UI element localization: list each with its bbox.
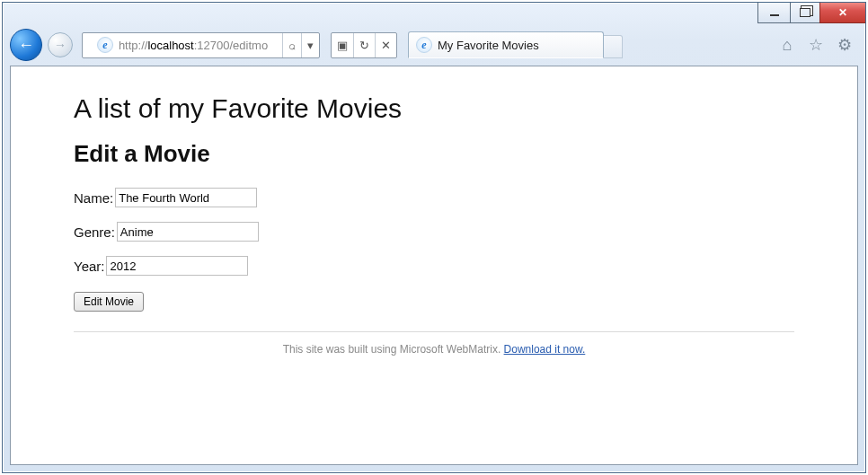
home-icon: ⌂ — [783, 36, 793, 55]
genre-input[interactable] — [117, 222, 259, 242]
nav-forward-button[interactable]: → — [48, 32, 73, 57]
nav-back-button[interactable]: ← — [10, 29, 42, 61]
arrow-left-icon: ← — [18, 36, 34, 55]
search-icon: ⌕ — [288, 39, 296, 52]
window-minimize-button[interactable] — [757, 3, 790, 23]
browser-right-controls: ⌂ ☆ ⚙ — [777, 35, 858, 55]
address-bar: e http://localhost:12700/editmo ⌕ ▾ — [82, 32, 320, 58]
year-label: Year: — [74, 259, 104, 274]
star-icon: ☆ — [809, 35, 823, 55]
footer: This site was built using Microsoft WebM… — [74, 343, 794, 356]
footer-separator — [74, 331, 794, 332]
stop-icon: ✕ — [381, 39, 391, 52]
search-button[interactable]: ⌕ — [282, 33, 301, 57]
page-controls: ▣ ↻ ✕ — [331, 32, 397, 58]
ie-favicon-icon: e — [97, 37, 113, 53]
compat-view-button[interactable]: ▣ — [332, 33, 353, 57]
url-text: http://localhost:12700/editmo — [119, 39, 268, 52]
chevron-down-icon: ▾ — [307, 39, 314, 52]
stop-button[interactable]: ✕ — [375, 33, 396, 57]
address-url-field[interactable]: e http://localhost:12700/editmo — [83, 33, 282, 57]
ie-favicon-icon: e — [416, 37, 432, 53]
content-viewport: A list of my Favorite Movies Edit a Movi… — [10, 66, 858, 465]
footer-download-link[interactable]: Download it now. — [504, 343, 586, 356]
site-title: A list of my Favorite Movies — [74, 93, 794, 124]
address-dropdown-button[interactable]: ▾ — [301, 33, 319, 57]
tools-button[interactable]: ⚙ — [835, 35, 855, 55]
edit-movie-button[interactable]: Edit Movie — [74, 292, 144, 312]
window-caption-buttons — [757, 3, 865, 23]
gear-icon: ⚙ — [837, 35, 852, 55]
tab-strip: e My Favorite Movies — [408, 31, 623, 58]
name-label: Name: — [74, 190, 113, 206]
window-maximize-button[interactable] — [790, 3, 819, 23]
form-row-name: Name: — [74, 188, 794, 207]
new-tab-button[interactable] — [604, 35, 623, 58]
genre-label: Genre: — [74, 224, 115, 240]
refresh-button[interactable]: ↻ — [353, 33, 375, 57]
footer-text: This site was built using Microsoft WebM… — [283, 343, 504, 356]
browser-toolbar: ← → e http://localhost:12700/editmo ⌕ ▾ … — [10, 27, 858, 63]
compat-icon: ▣ — [337, 39, 348, 52]
page-title: Edit a Movie — [74, 140, 794, 168]
form-row-year: Year: — [74, 256, 794, 276]
name-input[interactable] — [115, 188, 257, 207]
year-input[interactable] — [106, 256, 248, 276]
home-button[interactable]: ⌂ — [777, 35, 797, 55]
tab-title: My Favorite Movies — [438, 39, 539, 52]
favorites-button[interactable]: ☆ — [806, 35, 826, 55]
tab-active[interactable]: e My Favorite Movies — [408, 31, 604, 58]
window-close-button[interactable] — [819, 3, 865, 23]
refresh-icon: ↻ — [359, 39, 369, 52]
arrow-right-icon: → — [54, 38, 66, 52]
browser-window: ← → e http://localhost:12700/editmo ⌕ ▾ … — [2, 2, 866, 473]
page-body: A list of my Favorite Movies Edit a Movi… — [11, 66, 857, 356]
form-row-genre: Genre: — [74, 222, 794, 242]
